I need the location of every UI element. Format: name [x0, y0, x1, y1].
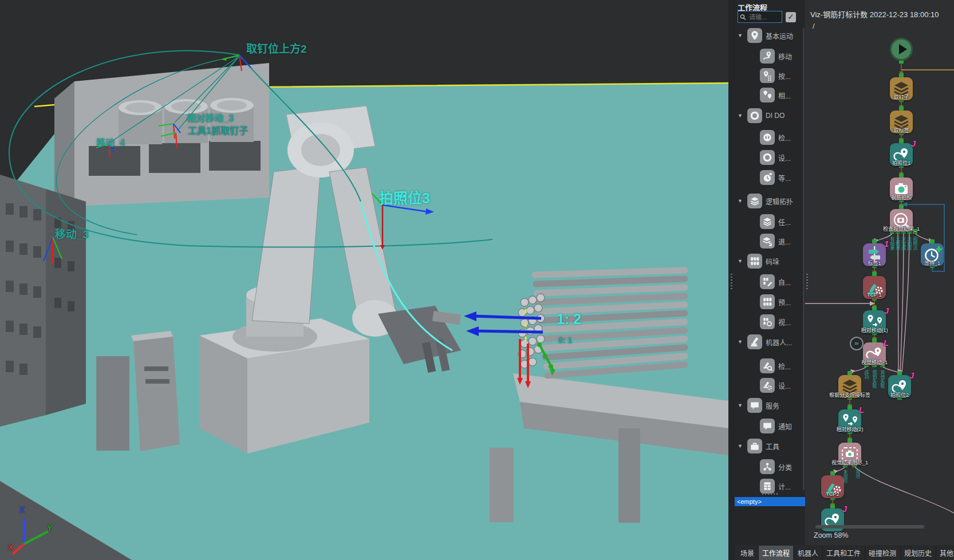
- edge-layer: [805, 0, 954, 545]
- edge-label: 无结果: [894, 236, 900, 250]
- sidebar-group-basic-motion[interactable]: ▼基本运动: [735, 28, 805, 43]
- two-pins-icon: [760, 88, 775, 102]
- tab-collision-check[interactable]: 碰撞检测: [865, 546, 900, 560]
- ring-icon: [760, 150, 775, 165]
- pin-path-icon: [760, 49, 775, 64]
- collapse-arrow-icon[interactable]: ▼: [738, 33, 744, 38]
- run-workflow-button[interactable]: [890, 38, 913, 61]
- edge-label: 成功: [863, 370, 869, 379]
- node-pick-nail[interactable]: 取钉子: [890, 77, 913, 100]
- collapse-arrow-icon[interactable]: ▼: [738, 113, 744, 119]
- pallet-edit-icon: [760, 274, 775, 289]
- di-clock-icon: [760, 170, 775, 185]
- axis-y-label: Y: [47, 523, 52, 533]
- sidebar-group-logic-topology[interactable]: ▼逻辑拓扑: [735, 194, 805, 208]
- node-branch-weld-label[interactable]: 根据分支焊接标签: [838, 375, 861, 398]
- sidebar-group-tools[interactable]: ▼工具: [735, 439, 805, 453]
- sidebar-group-palletize[interactable]: ▼码垛: [735, 254, 805, 269]
- breadcrumb: /: [813, 22, 815, 30]
- node-relative-move-1[interactable]: J相对移动(1): [863, 310, 886, 333]
- selected-empty-item[interactable]: <empty>: [735, 497, 805, 506]
- tab-other[interactable]: 其他: [936, 546, 954, 560]
- calculator-icon: [760, 479, 775, 494]
- workflow-title: Viz-钢筋打标计数 2022-12-23 18:00:10: [810, 9, 939, 19]
- 3d-scene: [0, 0, 728, 560]
- robot-search-icon: [760, 358, 775, 373]
- di-monitor-badge[interactable]: DI: [850, 337, 864, 350]
- edge-label: 未拍照: [906, 236, 912, 250]
- splitter-handle-icon[interactable]: [806, 274, 808, 290]
- collapse-arrow-icon[interactable]: ▼: [738, 198, 744, 204]
- axis-z-label: Z: [19, 505, 25, 514]
- robot-icon: [747, 334, 762, 349]
- search-input[interactable]: [748, 13, 780, 21]
- tab-scene[interactable]: 场景: [737, 546, 758, 560]
- node-wait-1[interactable]: 等待_1: [921, 243, 944, 266]
- sidebar-group-di-do[interactable]: ▼DI DO: [735, 108, 805, 123]
- node-check-vision-result[interactable]: 检查视觉结果_1: [890, 209, 913, 232]
- zoom-level: Zoom 58%: [814, 531, 848, 539]
- chat-icon: [760, 419, 775, 433]
- silo-cylinders: [119, 98, 254, 144]
- edge-label: 未完成: [900, 236, 906, 250]
- tab-robot[interactable]: 机器人: [794, 546, 822, 560]
- tab-workflow[interactable]: 工作流程: [758, 546, 793, 560]
- tab-plan-history[interactable]: 规划历史: [900, 546, 935, 560]
- workflow-canvas[interactable]: Viz-钢筋打标计数 2022-12-23 18:00:10 /: [805, 0, 954, 545]
- edge-label: 有结果: [889, 236, 894, 250]
- sidebar-scrollbar[interactable]: [803, 27, 805, 490]
- workflow-panel: 工作流程 ✓ ▼基本运动 移动 按... 相... ▼DI DO 检... 设.…: [735, 0, 954, 560]
- pin-icon: [747, 28, 762, 43]
- pallet-icon: [760, 294, 775, 309]
- divider-handle-icon[interactable]: [731, 274, 732, 290]
- edge-label: 拍照点: [912, 236, 917, 250]
- node-vision-result-exhausted[interactable]: 视觉结果用尽_1: [838, 443, 861, 466]
- classify-icon: [760, 459, 775, 474]
- splitter-handle-icon[interactable]: [762, 493, 778, 495]
- edge-label: 规划失败: [871, 370, 877, 388]
- edge-label: 其他失败: [879, 370, 885, 388]
- node-pick-label[interactable]: 取标签: [890, 111, 913, 133]
- panel-divider[interactable]: [728, 0, 735, 560]
- node-rebar-photo[interactable]: 钢筋拍照: [890, 178, 913, 200]
- robot-gear-icon: [760, 378, 775, 393]
- canvas-horizontal-scrollbar[interactable]: [815, 525, 924, 529]
- node-label-1[interactable]: 1标签1: [863, 243, 886, 266]
- node-vision-move-1[interactable]: L视觉移动_1: [863, 342, 886, 365]
- node-tcp-2[interactable]: TCP2: [821, 475, 844, 498]
- axis-x-label: X: [8, 543, 13, 552]
- 3d-viewport[interactable]: 取钉位上方2 相对移动_3 工具1抓取钉子 移动_4 移动_3 拍照位3 1: …: [0, 0, 728, 560]
- node-photo-pos-2[interactable]: J拍照位2: [888, 375, 911, 398]
- pallet-icon: [747, 254, 762, 269]
- node-tcp-1[interactable]: TCP 1: [863, 276, 886, 299]
- search-box[interactable]: [738, 11, 782, 23]
- pallet-camera-icon: [760, 314, 775, 329]
- node-photo-pos-1[interactable]: J拍照位1: [890, 143, 913, 166]
- collapse-arrow-icon[interactable]: ▼: [738, 443, 744, 449]
- collapse-arrow-icon[interactable]: ▼: [738, 339, 744, 345]
- toolbox-icon: [747, 439, 762, 453]
- search-icon: [740, 14, 746, 21]
- filter-checkbox[interactable]: ✓: [786, 12, 796, 22]
- sidebar-group-robot[interactable]: ▼机器人...: [735, 334, 805, 349]
- layers-icon: [747, 194, 762, 208]
- edge-label: 用尽: [854, 470, 860, 479]
- layers-icon: [760, 214, 775, 229]
- collapse-arrow-icon[interactable]: ▼: [738, 258, 744, 264]
- application-window: 取钉位上方2 相对移动_3 工具1抓取钉子 移动_4 移动_3 拍照位3 1: …: [0, 0, 954, 560]
- collapse-arrow-icon[interactable]: ▼: [738, 403, 744, 408]
- sidebar-group-service[interactable]: ▼服务: [735, 398, 805, 413]
- tab-tools-workpiece[interactable]: 工具和工件: [822, 546, 864, 560]
- bottom-tab-bar: 场景 工作流程 机器人 工具和工件 碰撞检测 规划历史 其他: [735, 545, 954, 560]
- node-relative-move-2[interactable]: L相对移动(2): [838, 409, 861, 432]
- ring-icon: [747, 108, 762, 123]
- pin-grid-icon: [760, 68, 775, 83]
- di-icon: [760, 130, 775, 145]
- chat-icon: [747, 398, 762, 413]
- layers-arrow-icon: [760, 234, 775, 249]
